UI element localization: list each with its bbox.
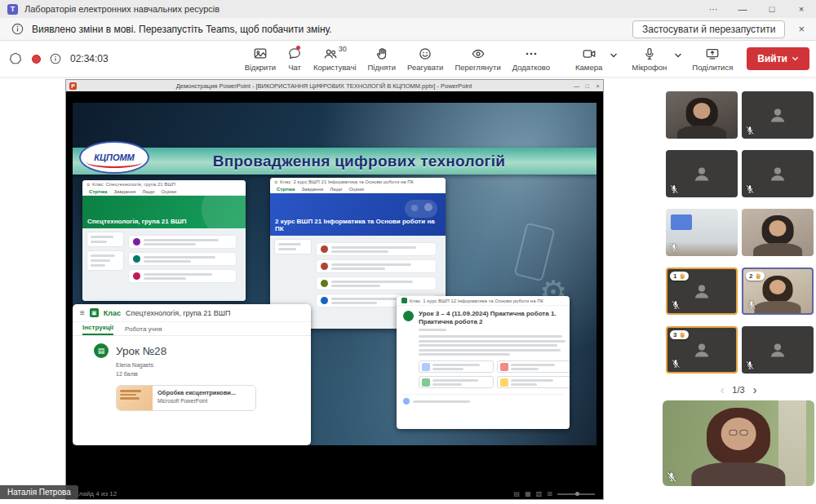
- assignment-meta: Elena Nagaets 12 балів: [116, 361, 303, 378]
- mic-button[interactable]: Мікрофон: [626, 46, 672, 72]
- window-titlebar: T Лабораторія електронних навчальних рес…: [0, 0, 816, 18]
- participant-tile-hand-raised[interactable]: 3: [666, 326, 738, 374]
- view-button[interactable]: Переглянути: [449, 46, 506, 72]
- participant-count: 30: [339, 45, 347, 53]
- leave-button[interactable]: Вийти: [747, 47, 809, 70]
- mic-muted-icon: [669, 243, 679, 253]
- powerpoint-titlebar: P Демонстрация PowerPoint - [ВИКОРИСТАНН…: [66, 80, 603, 91]
- react-button[interactable]: Реагувати: [401, 46, 449, 72]
- share-button[interactable]: Поділитися: [686, 46, 738, 72]
- powerpoint-body: ⚙ ⚙ ⚙ КЦПОММ Впровадження цифрових техно…: [66, 91, 603, 499]
- mic-dropdown-chevron-icon[interactable]: [674, 53, 682, 58]
- classroom-poster-art: [671, 214, 692, 230]
- camera-dropdown-chevron-icon[interactable]: [610, 53, 618, 58]
- banner-message: Виявлено зміни в мові. Перезапустіть Tea…: [32, 24, 332, 35]
- slide: ⚙ ⚙ ⚙ КЦПОММ Впровадження цифрових техно…: [73, 103, 596, 445]
- text-placeholder: [419, 340, 565, 343]
- people-button[interactable]: 30 Користувачі: [308, 46, 361, 72]
- participant-tile-hand-raised[interactable]: 1: [666, 267, 738, 315]
- text-placeholder: [120, 390, 141, 392]
- kcpomm-logo: КЦПОММ: [79, 141, 149, 174]
- text-placeholder: [331, 250, 388, 253]
- attachment-chip: [497, 376, 570, 388]
- raise-hand-button[interactable]: Підняти: [362, 46, 402, 72]
- leave-dropdown-chevron-icon: [792, 56, 799, 61]
- banner-close-icon[interactable]: ×: [798, 23, 805, 35]
- feed-item: [316, 276, 437, 290]
- avatar: [133, 272, 140, 280]
- raised-hand-icon: [754, 272, 761, 280]
- text-placeholder: [511, 383, 537, 386]
- text-placeholder: [419, 335, 562, 338]
- ppt-minimize-icon: —: [571, 83, 582, 89]
- outline-shape-icon: [8, 51, 23, 66]
- avatar: [321, 297, 328, 304]
- chat-unread-dot: [296, 46, 300, 50]
- pager-prev-icon[interactable]: ‹: [721, 384, 725, 396]
- text-placeholder: [331, 246, 416, 249]
- participant-tile-hand-raised[interactable]: 2: [742, 267, 814, 315]
- participant-tile[interactable]: [666, 209, 738, 256]
- rail-box: [86, 232, 124, 247]
- window-minimize-button[interactable]: —: [728, 0, 757, 18]
- mic-muted-icon: [671, 359, 681, 369]
- presenter-name-label: Наталія Петрова: [0, 485, 78, 499]
- text-placeholder: [331, 285, 380, 287]
- classroom-c-course: Спецтехнологія, група 21 ВШП: [126, 309, 230, 317]
- slide-counter: Слайд 4 из 12: [74, 490, 117, 497]
- text-placeholder: [331, 267, 385, 270]
- text-placeholder: [144, 243, 196, 245]
- camera-button[interactable]: Камера: [570, 46, 608, 72]
- window-more-button[interactable]: ···: [698, 0, 728, 18]
- window-close-button[interactable]: ×: [787, 0, 816, 18]
- assignment-title-row: Урок 3 – 4 (11.09.2024) Практична робота…: [403, 310, 563, 325]
- attachment-thumb: [422, 378, 430, 387]
- classroom-d-header: Клас 1 курс ВШП 12 Інформатика та Основи…: [397, 296, 570, 306]
- zoom-slider: [557, 493, 595, 495]
- attachment-info: Обробка ексцентрикови... Microsoft Power…: [153, 386, 255, 410]
- mic-muted-icon: [747, 300, 756, 310]
- apply-restart-button[interactable]: Застосувати й перезапустити: [632, 20, 785, 38]
- silhouette: [754, 301, 800, 315]
- window-maximize-button[interactable]: □: [757, 0, 787, 18]
- avatar: [403, 398, 410, 405]
- participant-tile[interactable]: [742, 209, 814, 256]
- text-placeholder: [419, 349, 561, 351]
- participant-tile[interactable]: [666, 150, 738, 197]
- participant-tile[interactable]: [742, 326, 814, 374]
- text-placeholder: [511, 368, 539, 370]
- meeting-info-icon[interactable]: [50, 53, 61, 64]
- silhouette: [684, 235, 697, 251]
- attachment-type: Microsoft PowerPoint: [157, 398, 251, 404]
- open-button[interactable]: Відкрити: [239, 46, 282, 72]
- more-button[interactable]: Додатково: [507, 46, 556, 72]
- classroom-c-app: Клас: [104, 309, 121, 317]
- meeting-timer: 02:34:03: [70, 53, 109, 64]
- classroom-card-a: ≡ Клас Спецтехнологія, група 21 ВШП Стрі…: [82, 180, 246, 301]
- text-placeholder: [511, 364, 555, 366]
- raised-hand-icon: [678, 331, 685, 338]
- window-controls: ··· — □ ×: [698, 0, 816, 18]
- comments-icon: ▤: [514, 490, 521, 497]
- shared-screen-stage: P Демонстрация PowerPoint - [ВИКОРИСТАНН…: [0, 77, 661, 504]
- avatar: [321, 245, 328, 253]
- participant-tile[interactable]: [742, 150, 814, 197]
- text-placeholder: [144, 277, 186, 280]
- mic-muted-icon: [745, 360, 755, 370]
- pager-next-icon[interactable]: ›: [753, 384, 757, 396]
- attachment-card: Обробка ексцентрикови... Microsoft Power…: [116, 385, 256, 411]
- participant-tile[interactable]: [742, 91, 814, 139]
- classroom-b-course: 2 курс ВШП 21 Інформатика та Основи робо…: [275, 218, 437, 232]
- chat-button[interactable]: Чат: [282, 46, 308, 72]
- teams-meeting-window: T Лабораторія електронних навчальних рес…: [0, 0, 816, 504]
- sorter-view-icon: ▧: [536, 490, 543, 497]
- assignment-icon: [403, 311, 414, 321]
- eye-icon: [471, 46, 486, 61]
- attachment-chip: [497, 360, 570, 373]
- text-placeholder: [331, 302, 377, 304]
- classroom-c-tabs: Інструкції Робота учня: [73, 322, 311, 336]
- feed-item: [128, 252, 237, 266]
- participant-tile[interactable]: [666, 91, 738, 139]
- featured-participant-tile[interactable]: [663, 400, 814, 486]
- classroom-b-course-crumb: 2 курс ВШП 21 Інформатика та Основи робо…: [293, 179, 414, 184]
